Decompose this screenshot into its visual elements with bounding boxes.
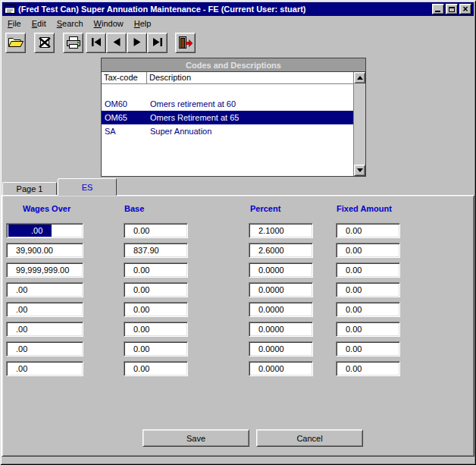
percent-input[interactable] [249, 361, 313, 376]
fixed-amount-input[interactable] [336, 223, 400, 238]
new-record-icon [8, 36, 24, 50]
titlebar: (Fred Test Can) Super Annuation Maintena… [2, 2, 474, 16]
base-input[interactable] [124, 302, 188, 317]
fixed-amount-input[interactable] [336, 243, 400, 258]
table-row[interactable]: OM60 Omers retirement at 60 [102, 97, 353, 111]
previous-record-icon [112, 38, 121, 48]
wages-over-input[interactable] [6, 243, 83, 258]
print-button[interactable] [63, 33, 83, 53]
exit-icon [177, 36, 193, 51]
toolbar [2, 31, 474, 55]
taxcode-cell: OM65 [102, 113, 147, 122]
percent-input[interactable] [249, 243, 313, 258]
window-icon [5, 4, 15, 14]
app-window: (Fred Test Can) Super Annuation Maintena… [0, 0, 476, 465]
base-input[interactable] [124, 223, 188, 238]
fixed-amount-input[interactable] [336, 302, 400, 317]
vertical-scrollbar[interactable] [353, 72, 365, 176]
wages-over-input[interactable]: .00 [6, 223, 83, 238]
label-fixed-amount: Fixed Amount [337, 204, 392, 213]
delete-record-icon [37, 36, 52, 51]
scroll-up-button[interactable] [354, 72, 365, 83]
close-icon: × [462, 5, 468, 13]
maximize-icon [449, 7, 455, 12]
table-row-selected[interactable]: OM65 Omers Retirement at 65 [102, 111, 353, 124]
codes-and-descriptions-panel: Codes and Descriptions Tax-code Descript… [101, 58, 366, 177]
codes-table: Tax-code Description OM60 Omers retireme… [102, 71, 365, 176]
table-row[interactable]: SA Super Annuation [102, 124, 353, 138]
exit-button[interactable] [175, 33, 196, 53]
percent-input[interactable] [249, 282, 313, 297]
description-cell: Omers Retirement at 65 [147, 113, 353, 122]
first-record-button[interactable] [86, 33, 106, 53]
next-record-button[interactable] [127, 33, 147, 53]
new-record-button[interactable] [5, 33, 26, 53]
menu-file[interactable]: File [2, 17, 27, 30]
base-input[interactable] [124, 262, 188, 278]
menu-help[interactable]: Help [129, 17, 157, 30]
percent-input[interactable] [249, 341, 313, 357]
last-record-icon [152, 38, 163, 48]
codes-table-rows: OM60 Omers retirement at 60 OM65 Omers R… [102, 85, 353, 176]
fixed-amount-input[interactable] [336, 282, 400, 297]
wages-over-input[interactable] [6, 361, 83, 376]
fixed-amount-input[interactable] [336, 361, 400, 376]
minimize-button[interactable] [432, 4, 444, 14]
scroll-down-icon [357, 168, 363, 172]
base-input[interactable] [124, 243, 188, 258]
fixed-amount-input[interactable] [336, 322, 400, 337]
previous-record-button[interactable] [106, 33, 127, 53]
taxcode-cell: SA [102, 127, 147, 136]
menubar: File Edit Search Window Help [2, 17, 474, 30]
scroll-up-icon [357, 76, 363, 80]
description-cell: Omers retirement at 60 [147, 99, 353, 108]
menu-edit[interactable]: Edit [27, 17, 52, 30]
percent-input[interactable] [249, 322, 313, 337]
base-input[interactable] [124, 361, 188, 376]
label-percent: Percent [250, 204, 280, 213]
base-input[interactable] [124, 322, 188, 337]
save-button[interactable]: Save [142, 429, 249, 447]
first-record-icon [91, 38, 102, 48]
percent-input[interactable] [249, 302, 313, 317]
description-cell: Super Annuation [147, 127, 353, 136]
codes-panel-title: Codes and Descriptions [102, 58, 365, 71]
tab-es[interactable]: ES [58, 178, 117, 196]
fixed-amount-input[interactable] [336, 262, 400, 278]
last-record-button[interactable] [147, 33, 168, 53]
window-title: (Fred Test Can) Super Annuation Maintena… [18, 5, 306, 14]
scroll-down-button[interactable] [354, 165, 365, 176]
taxcode-cell: OM60 [102, 99, 147, 108]
wages-over-input[interactable] [6, 341, 83, 357]
wages-over-input[interactable] [6, 282, 83, 297]
percent-input[interactable] [249, 223, 313, 238]
column-header-description: Description [147, 72, 353, 83]
codes-table-header: Tax-code Description [102, 72, 353, 84]
label-base: Base [124, 204, 144, 213]
menu-search[interactable]: Search [52, 17, 89, 30]
cancel-button[interactable]: Cancel [256, 429, 363, 447]
menu-window[interactable]: Window [89, 17, 129, 30]
maximize-button[interactable] [446, 4, 458, 14]
label-wages-over: Wages Over [23, 204, 70, 213]
wages-over-input[interactable] [6, 262, 83, 278]
close-button[interactable]: × [459, 4, 471, 14]
selected-text: .00 [8, 225, 52, 237]
minimize-icon [435, 11, 440, 12]
print-icon [65, 36, 82, 51]
delete-record-button[interactable] [34, 33, 55, 53]
fixed-amount-input[interactable] [336, 341, 400, 357]
tab-page-1[interactable]: Page 1 [2, 182, 57, 196]
wages-over-input[interactable] [6, 322, 83, 337]
wages-over-input[interactable] [6, 302, 83, 317]
column-header-taxcode: Tax-code [102, 72, 147, 83]
next-record-icon [133, 38, 142, 48]
base-input[interactable] [124, 282, 188, 297]
percent-input[interactable] [249, 262, 313, 278]
base-input[interactable] [124, 341, 188, 357]
